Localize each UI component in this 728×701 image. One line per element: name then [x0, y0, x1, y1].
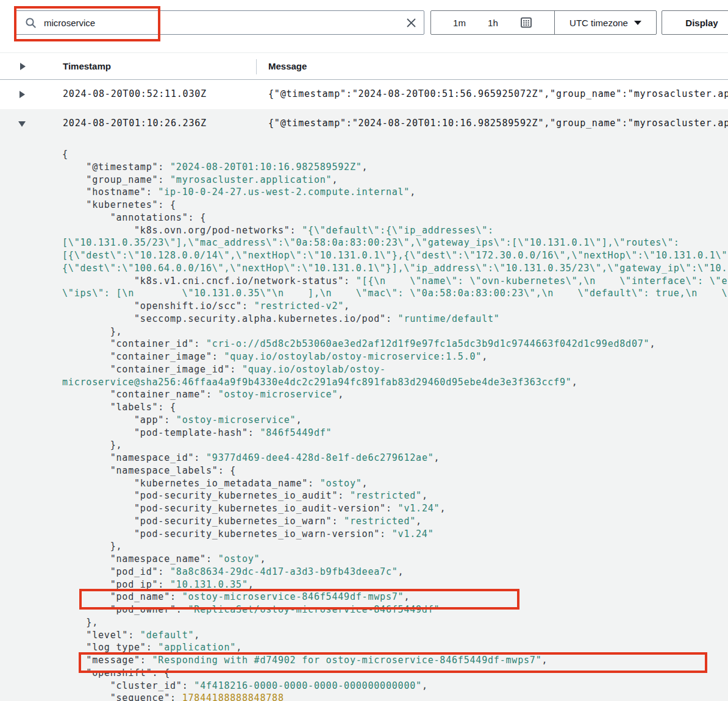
json-line: "log_type": "application", [0, 641, 728, 654]
log-search-box[interactable] [15, 10, 424, 35]
json-line: "namespace_name": "ostoy", [0, 553, 728, 566]
json-line: }, [0, 326, 728, 338]
json-line: "level": "default", [0, 629, 728, 642]
json-line: "container_image": "quay.io/ostoylab/ost… [0, 350, 728, 363]
calendar-icon [520, 16, 532, 29]
time-preset-1m[interactable]: 1m [453, 18, 466, 28]
json-line: "container_image_id": "quay.io/ostoylab/… [0, 363, 728, 376]
json-line: "annotations": { [0, 212, 728, 224]
search-icon [25, 17, 37, 29]
json-line: "pod-security_kubernetes_io_audit": "res… [0, 489, 728, 502]
table-row[interactable]: 2024-08-20T01:10:26.236Z {"@timestamp":"… [0, 109, 728, 138]
json-line: "pod-security_kubernetes_io_warn-version… [0, 528, 728, 541]
row-timestamp: 2024-08-20T00:52:11.030Z [63, 88, 207, 99]
json-line: "hostname": "ip-10-0-24-27.us-west-2.com… [0, 186, 728, 199]
json-line: "namespace_labels": { [0, 464, 728, 477]
json-line: [{\"dest\":\"10.128.0.0/14\",\"nextHop\"… [0, 249, 728, 262]
row-timestamp: 2024-08-20T01:10:26.236Z [63, 118, 207, 129]
json-line: "pod_owner": "ReplicaSet/ostoy-microserv… [0, 603, 728, 616]
json-line: { [0, 148, 728, 161]
column-header-message: Message [268, 61, 307, 71]
log-json-detail: { "@timestamp": "2024-08-20T01:10:16.982… [0, 148, 728, 701]
time-preset-1h[interactable]: 1h [488, 18, 498, 28]
custom-range-button[interactable] [520, 16, 532, 29]
json-line: "pod-template-hash": "846f5449df" [0, 427, 728, 439]
json-line: "kubernetes": { [0, 199, 728, 212]
json-line: "pod_name": "ostoy-microservice-846f5449… [0, 591, 728, 603]
json-line: \"ips\": [\n \"10.131.0.35\"\n ],\n \"ma… [0, 287, 728, 300]
json-line: "sequence": 17844188888848788 [0, 692, 728, 701]
json-line: "openshift": { [0, 667, 728, 680]
table-row[interactable]: 2024-08-20T00:52:11.030Z {"@timestamp":"… [0, 80, 728, 109]
log-table-header: Timestamp Message [0, 52, 728, 80]
json-line: "labels": { [0, 401, 728, 414]
json-line: "container_id": "cri-o://d5d8c2b53060ae3… [0, 338, 728, 350]
search-input[interactable] [43, 17, 406, 29]
row-message-preview: {"@timestamp":"2024-08-20T01:10:16.98258… [268, 118, 728, 129]
column-header-timestamp: Timestamp [63, 61, 111, 71]
json-line: "group_name": "myrosacluster.application… [0, 174, 728, 187]
json-line: "k8s.ovn.org/pod-networks": "{\"default\… [0, 224, 728, 237]
json-line: "kubernetes_io_metadata_name": "ostoy", [0, 477, 728, 490]
json-line: "pod_ip": "10.131.0.35", [0, 578, 728, 591]
json-line: "pod-security_kubernetes_io_warn": "rest… [0, 515, 728, 528]
json-line: "cluster_id": "4f418216-0000-0000-0000-0… [0, 680, 728, 692]
expand-row-icon[interactable] [20, 91, 25, 98]
json-line: }, [0, 540, 728, 553]
json-line: "k8s.v1.cni.cncf.io/network-status": "[{… [0, 275, 728, 288]
json-line: "pod-security_kubernetes_io_audit-versio… [0, 502, 728, 515]
json-line: "pod_id": "8a8c8634-29dc-4d17-a3d3-b9fb4… [0, 566, 728, 578]
collapse-row-icon[interactable] [18, 121, 26, 127]
clear-search-button[interactable] [406, 18, 416, 28]
close-icon [406, 18, 416, 28]
chevron-down-icon [634, 21, 641, 25]
json-line: "@timestamp": "2024-08-20T01:10:16.98258… [0, 161, 728, 174]
json-line: "container_name": "ostoy-microservice", [0, 388, 728, 401]
json-line: }, [0, 616, 728, 629]
json-line: "message": "Responding with #d74902 for … [0, 654, 728, 667]
timezone-dropdown[interactable]: UTC timezone [555, 11, 656, 34]
json-line: microservice@sha256:46ffaa4a9f9b4330e4dc… [0, 376, 728, 389]
display-button[interactable]: Display [662, 10, 728, 35]
json-line: {\"dest\":\"100.64.0.0/16\",\"nextHop\":… [0, 262, 728, 275]
time-range-controls: 1m 1h UTC timezone [430, 10, 657, 35]
time-presets: 1m 1h [431, 11, 555, 34]
json-line: "namespace_id": "9377d469-dee4-428d-8e1f… [0, 452, 728, 464]
expand-all-icon[interactable] [20, 63, 26, 70]
json-line: }, [0, 439, 728, 452]
row-message-preview: {"@timestamp":"2024-08-20T00:51:56.96592… [268, 88, 728, 99]
json-line: "app": "ostoy-microservice", [0, 414, 728, 427]
column-divider[interactable] [256, 59, 257, 74]
json-line: "seccomp.security.alpha.kubernetes.io/po… [0, 313, 728, 326]
json-line: [\"10.131.0.35/23\"],\"mac_address\":\"0… [0, 237, 728, 249]
json-line: "openshift.io/scc": "restricted-v2", [0, 300, 728, 313]
timezone-label: UTC timezone [569, 18, 628, 28]
